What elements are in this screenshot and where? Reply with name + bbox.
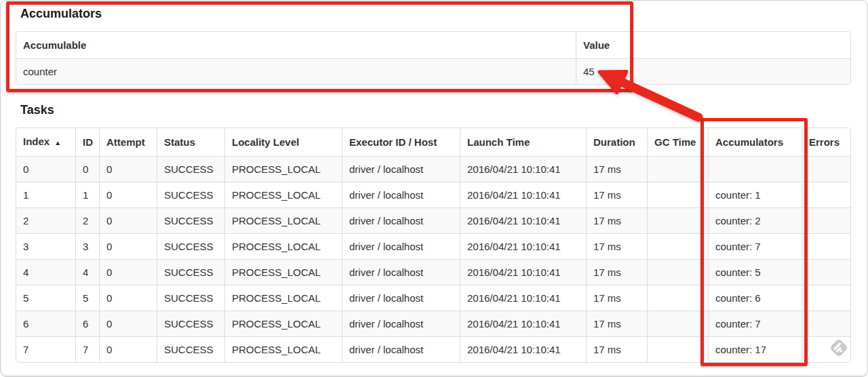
task-cell: 2 [75, 207, 99, 233]
task-cell: 2016/04/21 10:10:41 [460, 233, 586, 259]
task-cell: 0 [16, 156, 75, 182]
task-cell: 7 [16, 336, 75, 362]
task-cell: SUCCESS [157, 233, 224, 259]
task-cell: driver / localhost [342, 182, 460, 207]
task-cell: 0 [99, 285, 157, 311]
task-cell [647, 207, 708, 233]
task-cell: 0 [99, 259, 157, 285]
task-cell: PROCESS_LOCAL [224, 311, 342, 336]
tasks-header-errors[interactable]: Errors [802, 128, 850, 156]
task-cell: SUCCESS [157, 182, 224, 207]
task-cell: SUCCESS [157, 336, 224, 362]
tasks-section-title: Tasks [20, 102, 850, 117]
task-cell: driver / localhost [342, 207, 460, 233]
task-cell: 2016/04/21 10:10:41 [460, 156, 586, 182]
task-cell: 0 [75, 156, 99, 182]
task-cell: 4 [75, 259, 99, 285]
task-cell: 5 [16, 285, 75, 311]
task-cell: PROCESS_LOCAL [224, 156, 342, 182]
task-cell: 0 [99, 182, 157, 207]
task-cell: PROCESS_LOCAL [224, 336, 342, 362]
task-cell: 2 [16, 207, 75, 233]
task-cell: 3 [75, 233, 99, 259]
task-cell: 2016/04/21 10:10:41 [460, 182, 586, 207]
task-cell [802, 259, 850, 285]
task-cell: 17 ms [586, 311, 647, 336]
task-cell: driver / localhost [342, 311, 460, 336]
task-cell [647, 233, 708, 259]
task-cell [647, 182, 708, 207]
task-cell: 6 [75, 311, 99, 336]
task-cell [802, 207, 850, 233]
tasks-header-id[interactable]: ID [75, 128, 99, 156]
task-cell: driver / localhost [342, 285, 460, 311]
task-cell [802, 311, 850, 336]
task-cell [802, 285, 850, 311]
task-cell: 4 [16, 259, 75, 285]
task-cell: 0 [99, 336, 157, 362]
tasks-header-locality-level[interactable]: Locality Level [224, 128, 342, 156]
task-cell: 17 ms [586, 336, 647, 362]
task-cell: PROCESS_LOCAL [224, 259, 342, 285]
task-cell: 5 [75, 285, 99, 311]
tasks-header-duration[interactable]: Duration [586, 128, 647, 156]
task-cell: 0 [99, 311, 157, 336]
task-cell: 6 [16, 311, 75, 336]
task-cell: 17 ms [586, 182, 647, 207]
task-cell [802, 156, 850, 182]
task-cell: 2016/04/21 10:10:41 [460, 285, 586, 311]
task-cell: driver / localhost [342, 336, 460, 362]
task-cell: PROCESS_LOCAL [224, 182, 342, 207]
sort-ascending-icon: ▲ [54, 139, 61, 146]
task-cell: 1 [75, 182, 99, 207]
task-cell: driver / localhost [342, 156, 460, 182]
task-cell: 2016/04/21 10:10:41 [460, 259, 586, 285]
task-cell [647, 259, 708, 285]
annotation-stamp-icon [828, 337, 850, 359]
tasks-header-status[interactable]: Status [157, 128, 224, 156]
task-cell: SUCCESS [157, 207, 224, 233]
task-cell: 17 ms [586, 233, 647, 259]
accumulators-column-highlight-box [701, 118, 808, 366]
task-cell: PROCESS_LOCAL [224, 285, 342, 311]
task-cell: PROCESS_LOCAL [224, 207, 342, 233]
task-cell [802, 182, 850, 207]
task-cell: PROCESS_LOCAL [224, 233, 342, 259]
task-cell: 0 [99, 207, 157, 233]
task-cell: 17 ms [586, 259, 647, 285]
task-cell: driver / localhost [342, 259, 460, 285]
task-cell: 7 [75, 336, 99, 362]
task-cell: 17 ms [586, 156, 647, 182]
task-cell: 3 [16, 233, 75, 259]
task-cell [647, 311, 708, 336]
task-cell: SUCCESS [157, 285, 224, 311]
task-cell: 0 [99, 233, 157, 259]
task-cell [802, 233, 850, 259]
task-cell: SUCCESS [157, 311, 224, 336]
tasks-header-gc-time[interactable]: GC Time [647, 128, 708, 156]
spark-stage-detail-page: Accumulators Accumulable Value counter 4… [0, 0, 868, 377]
task-cell: 1 [16, 182, 75, 207]
task-cell: 17 ms [586, 207, 647, 233]
tasks-header-index[interactable]: Index▲ [16, 128, 75, 156]
accumulators-highlight-box [6, 1, 633, 92]
tasks-header-attempt[interactable]: Attempt [99, 128, 157, 156]
task-cell: SUCCESS [157, 259, 224, 285]
task-cell: 2016/04/21 10:10:41 [460, 207, 586, 233]
tasks-header-index-label: Index [23, 136, 50, 147]
task-cell: SUCCESS [157, 156, 224, 182]
task-cell [647, 285, 708, 311]
task-cell [647, 156, 708, 182]
task-cell: 2016/04/21 10:10:41 [460, 336, 586, 362]
tasks-header-launch-time[interactable]: Launch Time [460, 128, 586, 156]
task-cell: 17 ms [586, 285, 647, 311]
task-cell: driver / localhost [342, 233, 460, 259]
task-cell: 2016/04/21 10:10:41 [460, 311, 586, 336]
task-cell: 0 [99, 156, 157, 182]
task-cell [647, 336, 708, 362]
tasks-header-executor-id-host[interactable]: Executor ID / Host [342, 128, 460, 156]
